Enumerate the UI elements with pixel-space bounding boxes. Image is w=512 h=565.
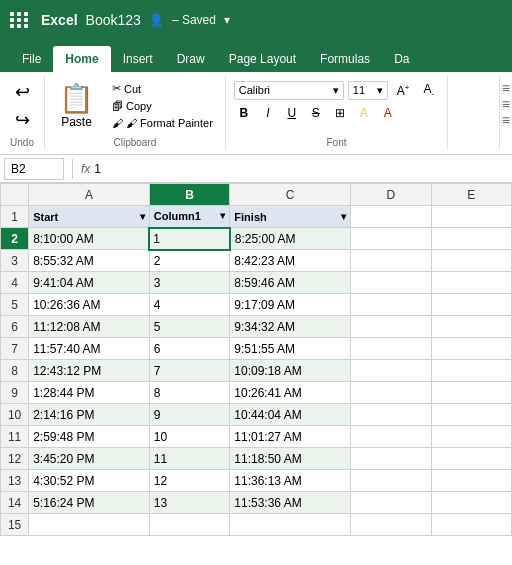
- cell-d3[interactable]: [351, 250, 431, 272]
- cell-a1[interactable]: Start ▾: [29, 206, 150, 228]
- col-header-e[interactable]: E: [431, 184, 512, 206]
- cell-e10[interactable]: [431, 404, 512, 426]
- cell-d1[interactable]: [351, 206, 431, 228]
- cell-d6[interactable]: [351, 316, 431, 338]
- row-header-5[interactable]: 5: [1, 294, 29, 316]
- cell-c2[interactable]: 8:25:00 AM: [230, 228, 351, 250]
- filter-icon-b1[interactable]: ▾: [220, 210, 225, 221]
- cell-c5[interactable]: 9:17:09 AM: [230, 294, 351, 316]
- cell-reference-box[interactable]: B2: [4, 158, 64, 180]
- cell-b12[interactable]: 11: [149, 448, 229, 470]
- cell-a7[interactable]: 11:57:40 AM: [29, 338, 150, 360]
- cell-d11[interactable]: [351, 426, 431, 448]
- cell-a6[interactable]: 11:12:08 AM: [29, 316, 150, 338]
- formula-input[interactable]: [94, 162, 508, 176]
- col-header-d[interactable]: D: [351, 184, 431, 206]
- row-header-8[interactable]: 8: [1, 360, 29, 382]
- cell-a9[interactable]: 1:28:44 PM: [29, 382, 150, 404]
- cell-e3[interactable]: [431, 250, 512, 272]
- cell-c4[interactable]: 8:59:46 AM: [230, 272, 351, 294]
- copy-button[interactable]: 🗐 Copy: [108, 98, 217, 114]
- bold-button[interactable]: B: [234, 104, 254, 122]
- font-grow-button[interactable]: A+: [392, 81, 415, 100]
- tab-formulas[interactable]: Formulas: [308, 46, 382, 72]
- cell-d4[interactable]: [351, 272, 431, 294]
- cell-a12[interactable]: 3:45:20 PM: [29, 448, 150, 470]
- tab-page-layout[interactable]: Page Layout: [217, 46, 308, 72]
- cell-b6[interactable]: 5: [149, 316, 229, 338]
- redo-button[interactable]: ↪: [13, 107, 32, 133]
- row-header-14[interactable]: 14: [1, 492, 29, 514]
- cell-d15[interactable]: [351, 514, 431, 536]
- cell-e15[interactable]: [431, 514, 512, 536]
- cell-e13[interactable]: [431, 470, 512, 492]
- italic-button[interactable]: I: [258, 104, 278, 122]
- cell-b7[interactable]: 6: [149, 338, 229, 360]
- font-name-select[interactable]: Calibri ▾: [234, 81, 344, 100]
- cell-c10[interactable]: 10:44:04 AM: [230, 404, 351, 426]
- cell-b8[interactable]: 7: [149, 360, 229, 382]
- cell-b2[interactable]: 1: [149, 228, 229, 250]
- ribbon-scrollbar[interactable]: ≡ ≡ ≡: [499, 76, 512, 150]
- cell-b15[interactable]: [149, 514, 229, 536]
- cell-e5[interactable]: [431, 294, 512, 316]
- cell-e7[interactable]: [431, 338, 512, 360]
- scroll-bot-icon[interactable]: ≡: [502, 112, 510, 128]
- cell-a13[interactable]: 4:30:52 PM: [29, 470, 150, 492]
- scroll-mid-icon[interactable]: ≡: [502, 96, 510, 112]
- row-header-12[interactable]: 12: [1, 448, 29, 470]
- cell-a15[interactable]: [29, 514, 150, 536]
- cell-a3[interactable]: 8:55:32 AM: [29, 250, 150, 272]
- cell-b13[interactable]: 12: [149, 470, 229, 492]
- font-shrink-button[interactable]: A-: [419, 80, 440, 100]
- cell-c14[interactable]: 11:53:36 AM: [230, 492, 351, 514]
- cell-e11[interactable]: [431, 426, 512, 448]
- cell-a8[interactable]: 12:43:12 PM: [29, 360, 150, 382]
- cell-c3[interactable]: 8:42:23 AM: [230, 250, 351, 272]
- cell-d10[interactable]: [351, 404, 431, 426]
- cell-c11[interactable]: 11:01:27 AM: [230, 426, 351, 448]
- row-header-7[interactable]: 7: [1, 338, 29, 360]
- col-header-a[interactable]: A: [29, 184, 150, 206]
- col-header-b[interactable]: B: [149, 184, 229, 206]
- row-header-2[interactable]: 2: [1, 228, 29, 250]
- cut-button[interactable]: ✂ Cut: [108, 80, 217, 97]
- cell-a11[interactable]: 2:59:48 PM: [29, 426, 150, 448]
- col-header-c[interactable]: C: [230, 184, 351, 206]
- cell-e1[interactable]: [431, 206, 512, 228]
- cell-e4[interactable]: [431, 272, 512, 294]
- cell-b10[interactable]: 9: [149, 404, 229, 426]
- border-button[interactable]: ⊞: [330, 104, 350, 122]
- tab-insert[interactable]: Insert: [111, 46, 165, 72]
- cell-b4[interactable]: 3: [149, 272, 229, 294]
- cell-c13[interactable]: 11:36:13 AM: [230, 470, 351, 492]
- cell-b11[interactable]: 10: [149, 426, 229, 448]
- row-header-1[interactable]: 1: [1, 206, 29, 228]
- cell-d9[interactable]: [351, 382, 431, 404]
- row-header-3[interactable]: 3: [1, 250, 29, 272]
- cell-a14[interactable]: 5:16:24 PM: [29, 492, 150, 514]
- cell-b1[interactable]: Column1 ▾: [149, 206, 229, 228]
- cell-c15[interactable]: [230, 514, 351, 536]
- tab-draw[interactable]: Draw: [165, 46, 217, 72]
- cell-b14[interactable]: 13: [149, 492, 229, 514]
- cell-e6[interactable]: [431, 316, 512, 338]
- cell-d12[interactable]: [351, 448, 431, 470]
- fontcolor-button[interactable]: A: [378, 104, 398, 122]
- apps-icon[interactable]: [10, 12, 29, 28]
- cell-c6[interactable]: 9:34:32 AM: [230, 316, 351, 338]
- highlight-button[interactable]: A: [354, 104, 374, 122]
- paste-button[interactable]: 📋 Paste: [53, 78, 100, 133]
- row-header-11[interactable]: 11: [1, 426, 29, 448]
- cell-d2[interactable]: [351, 228, 431, 250]
- cell-a5[interactable]: 10:26:36 AM: [29, 294, 150, 316]
- tab-home[interactable]: Home: [53, 46, 110, 72]
- row-header-15[interactable]: 15: [1, 514, 29, 536]
- cell-e8[interactable]: [431, 360, 512, 382]
- row-header-13[interactable]: 13: [1, 470, 29, 492]
- filter-icon-a1[interactable]: ▾: [140, 211, 145, 222]
- cell-a2[interactable]: 8:10:00 AM: [29, 228, 150, 250]
- cell-d7[interactable]: [351, 338, 431, 360]
- scroll-top-icon[interactable]: ≡: [502, 80, 510, 96]
- cell-c8[interactable]: 10:09:18 AM: [230, 360, 351, 382]
